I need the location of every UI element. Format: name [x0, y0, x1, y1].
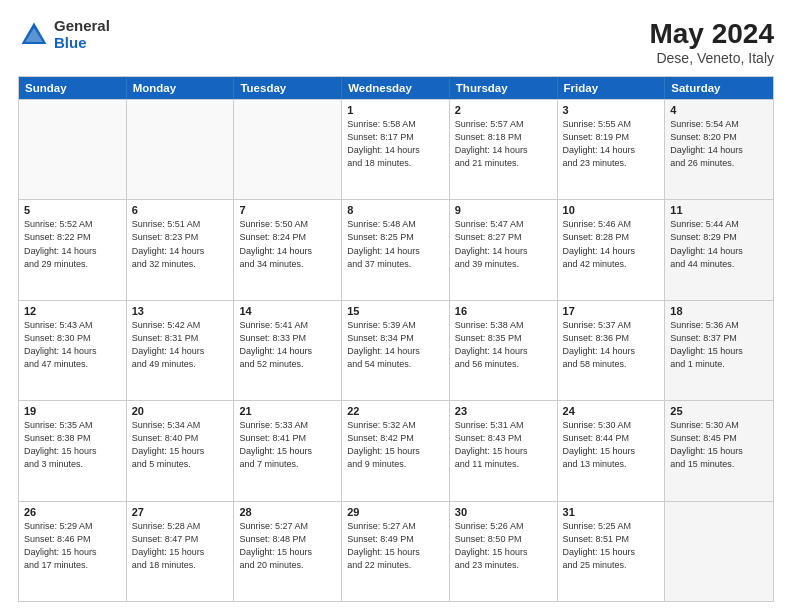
cal-cell [234, 100, 342, 199]
calendar: SundayMondayTuesdayWednesdayThursdayFrid… [18, 76, 774, 602]
cal-cell: 17Sunrise: 5:37 AM Sunset: 8:36 PM Dayli… [558, 301, 666, 400]
day-number: 28 [239, 506, 336, 518]
logo: General Blue [18, 18, 110, 51]
day-info: Sunrise: 5:43 AM Sunset: 8:30 PM Dayligh… [24, 319, 121, 371]
day-info: Sunrise: 5:31 AM Sunset: 8:43 PM Dayligh… [455, 419, 552, 471]
day-info: Sunrise: 5:57 AM Sunset: 8:18 PM Dayligh… [455, 118, 552, 170]
cal-cell: 8Sunrise: 5:48 AM Sunset: 8:25 PM Daylig… [342, 200, 450, 299]
day-number: 27 [132, 506, 229, 518]
cal-week: 12Sunrise: 5:43 AM Sunset: 8:30 PM Dayli… [19, 300, 773, 400]
cal-cell: 21Sunrise: 5:33 AM Sunset: 8:41 PM Dayli… [234, 401, 342, 500]
day-number: 17 [563, 305, 660, 317]
cal-cell [127, 100, 235, 199]
day-info: Sunrise: 5:27 AM Sunset: 8:49 PM Dayligh… [347, 520, 444, 572]
day-info: Sunrise: 5:38 AM Sunset: 8:35 PM Dayligh… [455, 319, 552, 371]
cal-cell: 25Sunrise: 5:30 AM Sunset: 8:45 PM Dayli… [665, 401, 773, 500]
day-info: Sunrise: 5:35 AM Sunset: 8:38 PM Dayligh… [24, 419, 121, 471]
day-number: 16 [455, 305, 552, 317]
cal-header-cell: Saturday [665, 77, 773, 99]
day-info: Sunrise: 5:44 AM Sunset: 8:29 PM Dayligh… [670, 218, 768, 270]
day-number: 18 [670, 305, 768, 317]
logo-blue: Blue [54, 35, 110, 52]
day-info: Sunrise: 5:33 AM Sunset: 8:41 PM Dayligh… [239, 419, 336, 471]
day-number: 3 [563, 104, 660, 116]
cal-header-cell: Thursday [450, 77, 558, 99]
subtitle: Dese, Veneto, Italy [649, 50, 774, 66]
logo-text: General Blue [54, 18, 110, 51]
day-number: 31 [563, 506, 660, 518]
day-number: 10 [563, 204, 660, 216]
day-number: 22 [347, 405, 444, 417]
day-number: 11 [670, 204, 768, 216]
day-info: Sunrise: 5:26 AM Sunset: 8:50 PM Dayligh… [455, 520, 552, 572]
day-info: Sunrise: 5:39 AM Sunset: 8:34 PM Dayligh… [347, 319, 444, 371]
cal-cell [19, 100, 127, 199]
cal-cell: 20Sunrise: 5:34 AM Sunset: 8:40 PM Dayli… [127, 401, 235, 500]
cal-cell: 18Sunrise: 5:36 AM Sunset: 8:37 PM Dayli… [665, 301, 773, 400]
cal-cell: 22Sunrise: 5:32 AM Sunset: 8:42 PM Dayli… [342, 401, 450, 500]
day-number: 7 [239, 204, 336, 216]
day-number: 25 [670, 405, 768, 417]
cal-cell: 31Sunrise: 5:25 AM Sunset: 8:51 PM Dayli… [558, 502, 666, 601]
day-number: 14 [239, 305, 336, 317]
day-info: Sunrise: 5:29 AM Sunset: 8:46 PM Dayligh… [24, 520, 121, 572]
calendar-header: SundayMondayTuesdayWednesdayThursdayFrid… [19, 77, 773, 99]
day-number: 13 [132, 305, 229, 317]
day-info: Sunrise: 5:46 AM Sunset: 8:28 PM Dayligh… [563, 218, 660, 270]
cal-header-cell: Tuesday [234, 77, 342, 99]
day-number: 6 [132, 204, 229, 216]
day-number: 21 [239, 405, 336, 417]
cal-cell: 9Sunrise: 5:47 AM Sunset: 8:27 PM Daylig… [450, 200, 558, 299]
day-info: Sunrise: 5:54 AM Sunset: 8:20 PM Dayligh… [670, 118, 768, 170]
cal-cell: 11Sunrise: 5:44 AM Sunset: 8:29 PM Dayli… [665, 200, 773, 299]
cal-cell: 19Sunrise: 5:35 AM Sunset: 8:38 PM Dayli… [19, 401, 127, 500]
day-info: Sunrise: 5:37 AM Sunset: 8:36 PM Dayligh… [563, 319, 660, 371]
day-number: 29 [347, 506, 444, 518]
day-info: Sunrise: 5:25 AM Sunset: 8:51 PM Dayligh… [563, 520, 660, 572]
day-info: Sunrise: 5:48 AM Sunset: 8:25 PM Dayligh… [347, 218, 444, 270]
cal-cell: 1Sunrise: 5:58 AM Sunset: 8:17 PM Daylig… [342, 100, 450, 199]
logo-icon [18, 19, 50, 51]
day-info: Sunrise: 5:27 AM Sunset: 8:48 PM Dayligh… [239, 520, 336, 572]
cal-cell: 2Sunrise: 5:57 AM Sunset: 8:18 PM Daylig… [450, 100, 558, 199]
day-info: Sunrise: 5:30 AM Sunset: 8:44 PM Dayligh… [563, 419, 660, 471]
day-number: 5 [24, 204, 121, 216]
day-number: 30 [455, 506, 552, 518]
cal-cell: 26Sunrise: 5:29 AM Sunset: 8:46 PM Dayli… [19, 502, 127, 601]
cal-cell: 10Sunrise: 5:46 AM Sunset: 8:28 PM Dayli… [558, 200, 666, 299]
cal-week: 5Sunrise: 5:52 AM Sunset: 8:22 PM Daylig… [19, 199, 773, 299]
cal-cell: 16Sunrise: 5:38 AM Sunset: 8:35 PM Dayli… [450, 301, 558, 400]
day-number: 1 [347, 104, 444, 116]
day-number: 4 [670, 104, 768, 116]
main-title: May 2024 [649, 18, 774, 50]
cal-cell: 28Sunrise: 5:27 AM Sunset: 8:48 PM Dayli… [234, 502, 342, 601]
cal-cell: 30Sunrise: 5:26 AM Sunset: 8:50 PM Dayli… [450, 502, 558, 601]
cal-cell: 4Sunrise: 5:54 AM Sunset: 8:20 PM Daylig… [665, 100, 773, 199]
day-number: 24 [563, 405, 660, 417]
day-info: Sunrise: 5:50 AM Sunset: 8:24 PM Dayligh… [239, 218, 336, 270]
cal-cell: 13Sunrise: 5:42 AM Sunset: 8:31 PM Dayli… [127, 301, 235, 400]
day-number: 15 [347, 305, 444, 317]
day-info: Sunrise: 5:47 AM Sunset: 8:27 PM Dayligh… [455, 218, 552, 270]
day-info: Sunrise: 5:51 AM Sunset: 8:23 PM Dayligh… [132, 218, 229, 270]
day-number: 23 [455, 405, 552, 417]
day-number: 9 [455, 204, 552, 216]
day-number: 20 [132, 405, 229, 417]
cal-week: 26Sunrise: 5:29 AM Sunset: 8:46 PM Dayli… [19, 501, 773, 601]
cal-cell: 7Sunrise: 5:50 AM Sunset: 8:24 PM Daylig… [234, 200, 342, 299]
cal-header-cell: Sunday [19, 77, 127, 99]
day-number: 26 [24, 506, 121, 518]
day-number: 12 [24, 305, 121, 317]
logo-general: General [54, 18, 110, 35]
cal-cell: 27Sunrise: 5:28 AM Sunset: 8:47 PM Dayli… [127, 502, 235, 601]
cal-week: 19Sunrise: 5:35 AM Sunset: 8:38 PM Dayli… [19, 400, 773, 500]
day-info: Sunrise: 5:52 AM Sunset: 8:22 PM Dayligh… [24, 218, 121, 270]
cal-header-cell: Friday [558, 77, 666, 99]
day-info: Sunrise: 5:34 AM Sunset: 8:40 PM Dayligh… [132, 419, 229, 471]
header: General Blue May 2024 Dese, Veneto, Ital… [18, 18, 774, 66]
cal-header-cell: Monday [127, 77, 235, 99]
cal-cell: 24Sunrise: 5:30 AM Sunset: 8:44 PM Dayli… [558, 401, 666, 500]
day-info: Sunrise: 5:42 AM Sunset: 8:31 PM Dayligh… [132, 319, 229, 371]
day-number: 2 [455, 104, 552, 116]
cal-cell: 14Sunrise: 5:41 AM Sunset: 8:33 PM Dayli… [234, 301, 342, 400]
